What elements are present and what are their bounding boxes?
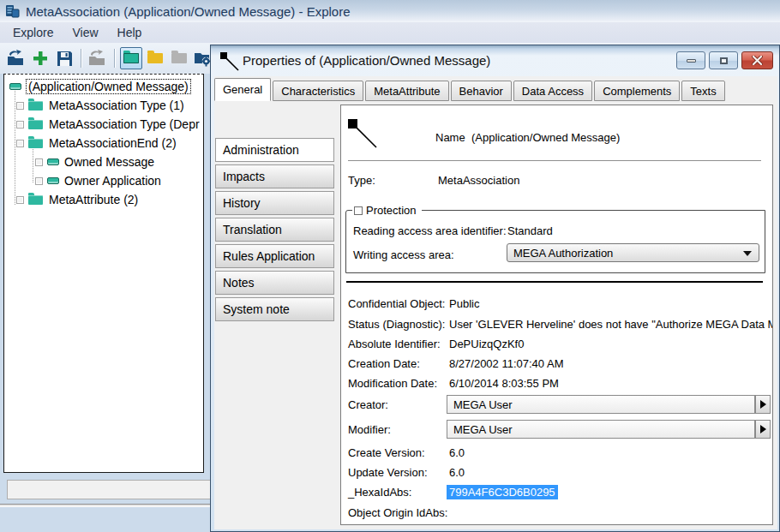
minimize-button[interactable]	[676, 51, 705, 69]
menu-help[interactable]: Help	[108, 23, 152, 42]
tree-item-metaassociation-type[interactable]: MetaAssociation Type (1)	[4, 96, 203, 115]
creator-label: Creator:	[348, 398, 388, 411]
tree-item-owner-application[interactable]: Owner Application	[4, 171, 203, 190]
modification-date-value: 6/10/2014 8:03:55 PM	[449, 377, 559, 390]
modifier-value: MEGA User	[453, 423, 513, 436]
creation-date-value: 8/27/2002 11:07:40 AM	[449, 357, 563, 370]
window-title: MetaAssociation (Application/Owned Messa…	[26, 4, 351, 19]
association-glyph-icon	[348, 119, 379, 148]
hexaidabs-label: _HexaIdAbs:	[348, 486, 411, 499]
protection-checkbox[interactable]	[354, 206, 363, 215]
status-diagnostic-label: Status (Diagnostic):	[348, 318, 445, 331]
tab-metaattribute[interactable]: MetaAttribute	[365, 81, 448, 101]
protection-groupbox: Protection Reading access area identifie…	[345, 210, 765, 273]
open-model-icon[interactable]	[5, 47, 27, 69]
writing-access-label: Writing access area:	[353, 248, 454, 261]
sidebar-item-translation[interactable]: Translation	[215, 218, 334, 242]
expand-icon[interactable]	[16, 121, 24, 129]
modifier-expand-button[interactable]	[755, 420, 771, 439]
tree-item-label: Owned Message	[64, 155, 154, 169]
tree-item-label: MetaAssociation Type (1)	[49, 99, 184, 112]
tree-item-label: (Application/Owned Message)	[27, 80, 190, 93]
main-titlebar[interactable]: MetaAssociation (Application/Owned Messa…	[0, 0, 780, 22]
arrow-right-icon	[760, 400, 766, 409]
object-origin-idabs-label: Object Origin IdAbs:	[348, 506, 447, 519]
absolute-identifier-label: Absolute Identifier:	[348, 338, 441, 350]
menu-view[interactable]: View	[63, 23, 107, 42]
dialog-sidebar: Administration Impacts History Translati…	[215, 138, 334, 324]
expand-icon[interactable]	[35, 177, 43, 185]
tree-item-owned-message[interactable]: Owned Message	[4, 152, 203, 171]
add-icon[interactable]	[29, 47, 51, 69]
sidebar-item-history[interactable]: History	[215, 191, 334, 215]
type-value: MetaAssociation	[438, 174, 519, 187]
folder-icon	[28, 101, 43, 111]
teal-folder-icon[interactable]	[120, 47, 142, 69]
protection-label: Protection	[366, 204, 417, 217]
tabstrip: General Characteristics MetaAttribute Be…	[214, 78, 727, 101]
hexaidabs-value-row: 799A4F6C3D6B0295	[447, 486, 558, 499]
sidebar-item-system-note[interactable]: System note	[215, 297, 334, 321]
name-value: (Application/Owned Message)	[471, 131, 620, 144]
protection-legend: Protection	[352, 204, 422, 217]
toolbar-separator	[114, 49, 115, 68]
object-icon	[47, 177, 59, 184]
save-icon[interactable]	[53, 47, 75, 69]
creator-field[interactable]: MEGA User	[447, 395, 755, 414]
gray-folder-icon[interactable]	[168, 47, 190, 69]
name-row: Name (Application/Owned Message)	[435, 131, 620, 144]
expand-icon[interactable]	[16, 102, 24, 110]
modifier-field[interactable]: MEGA User	[447, 420, 755, 439]
writing-access-dropdown[interactable]: MEGA Authorization	[507, 243, 759, 262]
folder-open-icon	[28, 139, 43, 148]
tab-general[interactable]: General	[214, 78, 271, 101]
sidebar-item-notes[interactable]: Notes	[215, 271, 334, 295]
tab-behavior[interactable]: Behavior	[451, 81, 512, 101]
tab-texts[interactable]: Texts	[681, 81, 724, 101]
dialog-client-area: General Characteristics MetaAttribute Be…	[214, 76, 777, 529]
menu-explore[interactable]: Explore	[3, 23, 63, 42]
association-icon	[219, 51, 239, 69]
close-button[interactable]	[741, 51, 773, 69]
hexaidabs-value[interactable]: 799A4F6C3D6B0295	[447, 485, 558, 499]
creator-expand-button[interactable]	[755, 395, 771, 414]
arrow-right-icon	[760, 425, 766, 433]
tab-characteristics[interactable]: Characteristics	[273, 81, 363, 101]
create-version-label: Create Version:	[348, 446, 425, 459]
reading-access-label: Reading access area identifier:	[353, 224, 507, 237]
tree-item-root[interactable]: (Application/Owned Message)	[4, 77, 203, 96]
update-version-label: Update Version:	[348, 466, 428, 479]
dialog-title: Properties of (Application/Owned Message…	[243, 53, 490, 68]
confidential-object-value: Public	[449, 297, 479, 310]
expand-icon[interactable]	[16, 196, 24, 204]
tab-data-access[interactable]: Data Access	[513, 81, 592, 101]
sidebar-item-administration[interactable]: Administration	[215, 138, 334, 162]
tree-item-metaassociationend[interactable]: MetaAssociationEnd (2)	[4, 134, 203, 152]
tree-item-label: MetaAssociation Type (Depr	[49, 117, 200, 131]
tree-item-label: MetaAssociationEnd (2)	[49, 136, 177, 150]
yellow-folder-icon[interactable]	[144, 47, 166, 69]
type-label: Type:	[348, 174, 375, 187]
status-diagnostic-value: User 'GLEVER Herveline' does not have "A…	[449, 318, 773, 331]
app-icon	[5, 4, 20, 19]
sidebar-item-impacts[interactable]: Impacts	[215, 164, 334, 188]
tree-item-metaattribute[interactable]: MetaAttribute (2)	[4, 190, 203, 209]
tree-item-metaassociation-type-deprecated[interactable]: MetaAssociation Type (Depr	[4, 115, 203, 134]
sidebar-item-rules-application[interactable]: Rules Application	[215, 244, 334, 268]
modification-date-label: Modification Date:	[348, 377, 437, 390]
tab-complements[interactable]: Complements	[594, 81, 680, 101]
section-divider	[346, 281, 763, 283]
object-icon	[47, 158, 59, 165]
expand-icon[interactable]	[16, 140, 24, 147]
divider	[348, 160, 761, 161]
import-folder-icon[interactable]	[87, 47, 109, 69]
object-icon	[9, 83, 21, 90]
restore-button[interactable]	[709, 51, 738, 69]
administration-panel: Name (Application/Owned Message) Type: M…	[340, 105, 773, 525]
toolbar-separator	[81, 49, 81, 68]
expand-icon[interactable]	[35, 158, 43, 166]
reading-access-value: Standard	[507, 224, 553, 237]
folder-icon	[28, 195, 43, 205]
name-label: Name	[435, 131, 465, 144]
create-version-value: 6.0	[449, 446, 465, 459]
